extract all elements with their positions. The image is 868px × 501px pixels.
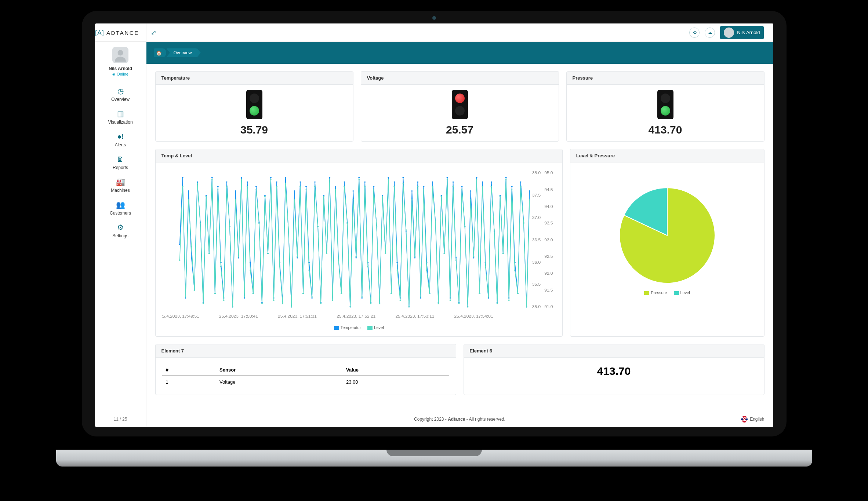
svg-point-36 <box>211 177 213 178</box>
svg-point-236 <box>446 179 448 181</box>
scan-icon[interactable]: ⟲ <box>689 28 700 38</box>
breadcrumb-current[interactable]: Overview <box>166 48 197 57</box>
svg-point-165 <box>237 256 239 257</box>
kpi-card-voltage: Voltage 25.57 <box>361 71 559 142</box>
svg-point-68 <box>305 186 307 187</box>
user-menu[interactable]: Nils Arnold <box>720 26 763 39</box>
svg-point-54 <box>264 195 266 196</box>
sidebar-item-machines[interactable]: 🏭Machines <box>95 174 146 197</box>
svg-text:25.4.2023, 17:51:31: 25.4.2023, 17:51:31 <box>278 314 317 318</box>
svg-point-74 <box>323 195 324 196</box>
camera-dot <box>432 16 436 20</box>
svg-point-138 <box>511 186 512 187</box>
flag-uk-icon <box>741 416 748 423</box>
svg-text:92.5: 92.5 <box>544 255 553 259</box>
language-switcher[interactable]: English <box>741 416 764 423</box>
svg-point-176 <box>270 179 272 181</box>
svg-point-118 <box>452 182 454 183</box>
svg-point-65 <box>297 257 298 259</box>
sidebar-pager: 11 / 25 <box>109 412 132 427</box>
temp-level-card: Temp & Level 35.035.536.036.537.037.538.… <box>155 149 563 337</box>
svg-point-156 <box>211 179 213 181</box>
sidebar-item-label: Settings <box>112 233 128 238</box>
svg-point-66 <box>299 182 301 183</box>
svg-point-210 <box>370 303 371 304</box>
footer: Copyright 2023 - Adtance - All rights re… <box>146 411 773 427</box>
svg-point-247 <box>479 293 480 295</box>
svg-point-184 <box>294 199 295 201</box>
home-icon: 🏠 <box>156 50 162 56</box>
svg-point-243 <box>467 306 468 308</box>
svg-point-175 <box>267 253 269 254</box>
card-title: Voltage <box>361 72 559 85</box>
svg-point-151 <box>196 183 198 184</box>
svg-text:25.4.2023, 17:54:01: 25.4.2023, 17:54:01 <box>454 314 493 318</box>
line-chart[interactable]: 35.035.536.036.537.037.538.091.091.592.0… <box>162 169 556 323</box>
sidebar-item-reports[interactable]: 🗎Reports <box>95 151 146 174</box>
pie-chart[interactable] <box>616 184 719 287</box>
svg-text:35.5: 35.5 <box>532 282 540 287</box>
svg-point-194 <box>323 196 324 197</box>
svg-point-196 <box>329 179 330 181</box>
cloud-icon[interactable]: ☁ <box>705 28 715 38</box>
svg-point-215 <box>385 253 386 254</box>
svg-point-214 <box>382 196 383 197</box>
factory-icon: 🏭 <box>116 178 125 186</box>
bar-chart-icon: ▥ <box>117 109 124 118</box>
svg-point-106 <box>417 182 418 183</box>
sidebar-item-alerts[interactable]: ●!Alerts <box>95 128 146 151</box>
svg-point-173 <box>261 303 263 304</box>
svg-point-85 <box>355 257 357 259</box>
svg-text:94.5: 94.5 <box>544 187 553 192</box>
trafficlight-icon <box>657 90 673 119</box>
svg-point-158 <box>217 189 218 191</box>
svg-point-88 <box>364 182 366 183</box>
svg-text:94.0: 94.0 <box>544 204 553 209</box>
svg-text:91.0: 91.0 <box>544 304 553 309</box>
legend-item: Pressure <box>644 290 667 295</box>
svg-point-71 <box>314 182 316 183</box>
svg-point-252 <box>493 229 495 231</box>
sidebar-item-label: Machines <box>111 188 130 193</box>
light-red <box>250 94 259 103</box>
svg-point-87 <box>361 297 363 299</box>
sidebar-item-settings[interactable]: ⚙Settings <box>95 219 146 242</box>
svg-point-168 <box>246 186 248 187</box>
people-icon: 👥 <box>116 200 125 209</box>
svg-point-150 <box>193 289 195 291</box>
svg-point-250 <box>487 296 489 298</box>
svg-point-192 <box>317 226 319 227</box>
svg-point-254 <box>499 196 501 197</box>
svg-point-152 <box>199 223 201 224</box>
svg-point-262 <box>523 223 524 224</box>
svg-point-126 <box>476 177 477 178</box>
sidebar-item-label: Alerts <box>115 142 126 147</box>
svg-point-177 <box>273 300 275 301</box>
brand-logo[interactable]: [A]ADTANCE <box>95 23 146 41</box>
sidebar-item-visualization[interactable]: ▥Visualization <box>95 106 146 128</box>
svg-point-170 <box>252 293 254 295</box>
fullscreen-icon[interactable]: ⤢ <box>151 29 156 37</box>
svg-point-186 <box>299 186 301 187</box>
svg-point-183 <box>291 306 292 308</box>
svg-point-240 <box>458 303 460 304</box>
breadcrumb-home[interactable]: 🏠 <box>154 48 164 57</box>
sidebar-item-overview[interactable]: ◷Overview <box>95 83 146 106</box>
card-title: Temperature <box>156 72 353 85</box>
svg-point-213 <box>379 303 380 304</box>
level-pressure-card: Level & Pressure PressureLevel <box>570 149 765 337</box>
svg-point-198 <box>335 189 336 191</box>
svg-point-190 <box>311 296 313 298</box>
svg-point-225 <box>414 256 415 257</box>
svg-point-179 <box>279 266 280 268</box>
sidebar-user: Nils Arnold Online <box>109 47 132 76</box>
sidebar-item-customers[interactable]: 👥Customers <box>95 197 146 219</box>
svg-text:93.5: 93.5 <box>544 221 553 226</box>
svg-point-114 <box>440 195 442 196</box>
card-title: Level & Pressure <box>570 149 764 162</box>
card-title: Temp & Level <box>156 149 562 162</box>
sidebar-item-label: Reports <box>113 165 128 170</box>
svg-text:37.5: 37.5 <box>532 193 540 198</box>
svg-text:25.4.2023, 17:50:41: 25.4.2023, 17:50:41 <box>219 314 258 318</box>
svg-point-263 <box>526 306 527 308</box>
